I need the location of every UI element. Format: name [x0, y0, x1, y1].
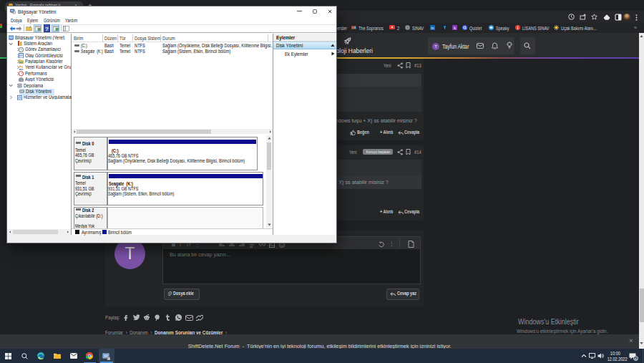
svg-text:k: k	[454, 25, 456, 29]
svg-text:in: in	[431, 25, 434, 29]
